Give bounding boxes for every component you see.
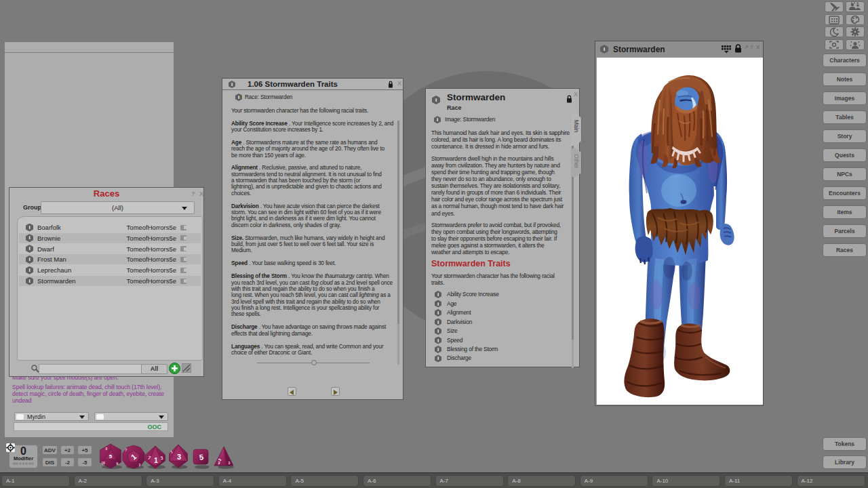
svg-text:7: 7 <box>125 448 127 452</box>
svg-text:6: 6 <box>117 462 119 466</box>
svg-text:3: 3 <box>229 461 231 465</box>
svg-text:1: 1 <box>154 457 158 464</box>
svg-text:5: 5 <box>109 453 113 460</box>
svg-text:3: 3 <box>177 453 181 461</box>
svg-text:2: 2 <box>218 461 220 465</box>
svg-text:18: 18 <box>101 461 105 465</box>
svg-text:3: 3 <box>139 463 141 467</box>
svg-text:8: 8 <box>106 447 108 451</box>
